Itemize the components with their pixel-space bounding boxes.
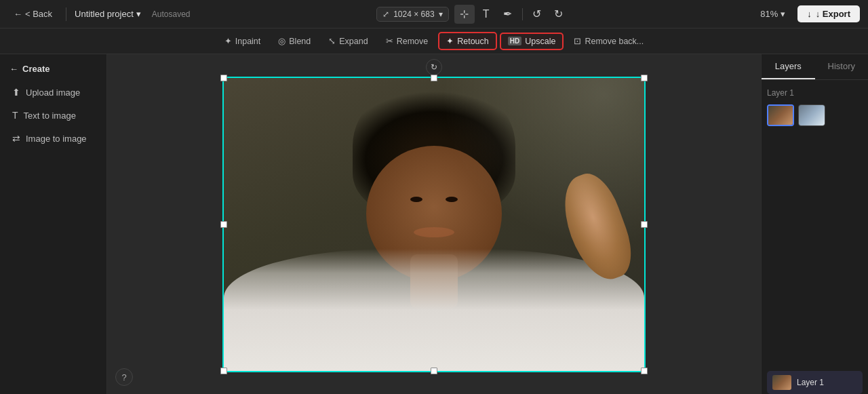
- handle-bottom-left[interactable]: [220, 368, 227, 374]
- retouch-icon: ✦: [446, 36, 454, 46]
- create-arrow-icon: ←: [9, 64, 18, 74]
- create-label: Create: [22, 64, 50, 74]
- right-sidebar-tabs: Layers History: [762, 54, 868, 80]
- back-label: < Back: [25, 9, 52, 19]
- main-area: ← Create ⬆ Upload image T Text to image …: [0, 54, 868, 394]
- export-button[interactable]: ↓ ↓ Export: [797, 5, 860, 22]
- text-icon: T: [12, 110, 18, 121]
- back-arrow-icon: ←: [14, 9, 22, 19]
- create-section-title: ← Create: [5, 61, 101, 79]
- size-chevron-icon: ▾: [439, 9, 443, 19]
- zoom-label: 81%: [760, 9, 778, 19]
- toolbar-icons: ⊹ T ✒ ↺ ↻: [454, 5, 569, 24]
- remove-icon: ✂: [386, 36, 393, 46]
- layer-list-label: Layer 1: [797, 378, 824, 387]
- canvas-wrapper: ↻: [224, 78, 644, 371]
- canvas-size-label: 1024 × 683: [393, 9, 434, 19]
- expand-tool-icon: ⤡: [328, 36, 336, 46]
- inpaint-label: Inpaint: [235, 37, 261, 46]
- remove-background-tool-button[interactable]: ⊡ Remove back...: [566, 33, 651, 50]
- handle-bottom-middle[interactable]: [431, 368, 437, 374]
- handle-middle-right[interactable]: [641, 221, 648, 228]
- layer-list-item-1[interactable]: Layer 1: [767, 371, 863, 394]
- layer-thumb-1[interactable]: [767, 104, 794, 126]
- layer-thumb-2-image: [799, 105, 825, 125]
- tab-history[interactable]: History: [815, 54, 869, 79]
- upscale-tool-button[interactable]: HD Upscale: [500, 33, 564, 50]
- image-to-image-label: Image to image: [26, 134, 87, 144]
- layers-tab-label: Layers: [775, 61, 802, 71]
- export-label: ↓ Export: [816, 9, 850, 19]
- autosaved-status: Autosaved: [152, 9, 191, 19]
- project-name[interactable]: Untitled project ▾: [75, 9, 141, 19]
- tab-layers[interactable]: Layers: [762, 54, 815, 79]
- help-button[interactable]: ?: [115, 368, 133, 386]
- sidebar-item-upload-image[interactable]: ⬆ Upload image: [5, 82, 101, 102]
- handle-top-left[interactable]: [220, 75, 227, 81]
- layer-thumb-2[interactable]: [798, 104, 825, 126]
- topbar-right: 81% ▾ ↓ ↓ Export: [755, 5, 860, 22]
- blend-label: Blend: [289, 37, 311, 46]
- right-sidebar: Layers History Layer 1: [761, 54, 868, 394]
- inpaint-tool-button[interactable]: ✦ Inpaint: [217, 33, 269, 50]
- blend-icon: ◎: [278, 36, 285, 46]
- topbar: ← < Back Untitled project ▾ Autosaved ⤢ …: [0, 0, 868, 28]
- remove-bg-icon: ⊡: [574, 36, 581, 46]
- upload-icon: ⬆: [12, 87, 20, 98]
- text-tool-button[interactable]: T: [476, 5, 496, 24]
- undo-button[interactable]: ↺: [527, 5, 547, 24]
- upscale-icon: HD: [508, 37, 521, 45]
- image-to-image-icon: ⇄: [12, 133, 20, 144]
- handle-bottom-right[interactable]: [641, 368, 648, 374]
- export-icon: ↓: [807, 9, 812, 19]
- inpaint-icon: ✦: [224, 36, 232, 46]
- redo-button[interactable]: ↻: [549, 5, 569, 24]
- canvas-size-control[interactable]: ⤢ 1024 × 683 ▾: [376, 7, 448, 22]
- layer-thumb-1-image: [768, 106, 793, 125]
- blend-tool-button[interactable]: ◎ Blend: [271, 33, 318, 50]
- topbar-center: ⤢ 1024 × 683 ▾ ⊹ T ✒ ↺ ↻: [199, 5, 747, 24]
- layer-list-thumb: [772, 375, 791, 390]
- expand-label: Expand: [339, 37, 368, 46]
- handle-middle-left[interactable]: [220, 221, 227, 228]
- text-to-image-label: Text to image: [24, 111, 76, 121]
- handle-top-middle[interactable]: [431, 75, 437, 81]
- layer-thumbnails: [767, 104, 863, 126]
- refresh-button[interactable]: ↻: [426, 59, 442, 75]
- project-title: Untitled project: [75, 9, 134, 19]
- handle-top-right[interactable]: [641, 75, 648, 81]
- back-button[interactable]: ← < Back: [8, 6, 58, 22]
- upload-image-label: Upload image: [26, 87, 80, 98]
- remove-tool-button[interactable]: ✂ Remove: [378, 33, 436, 50]
- canvas-image: [224, 78, 644, 371]
- layer1-title: Layer 1: [767, 87, 863, 99]
- zoom-chevron-icon: ▾: [781, 9, 785, 19]
- layers-panel: Layer 1: [762, 80, 868, 371]
- sidebar-item-image-to-image[interactable]: ⇄ Image to image: [5, 128, 101, 149]
- left-sidebar: ← Create ⬆ Upload image T Text to image …: [0, 54, 107, 394]
- retouch-label: Retouch: [457, 37, 489, 46]
- project-chevron: ▾: [136, 9, 141, 19]
- zoom-control[interactable]: 81% ▾: [755, 7, 791, 21]
- remove-background-label: Remove back...: [585, 37, 644, 46]
- upscale-label: Upscale: [525, 37, 555, 46]
- expand-icon: ⤢: [382, 9, 389, 19]
- cursor-tool-button[interactable]: ⊹: [454, 5, 475, 24]
- expand-tool-button[interactable]: ⤡ Expand: [321, 33, 375, 50]
- pen-tool-button[interactable]: ✒: [498, 5, 518, 24]
- retouch-tool-button[interactable]: ✦ Retouch: [438, 32, 497, 50]
- history-tab-label: History: [828, 61, 855, 71]
- sidebar-item-text-to-image[interactable]: T Text to image: [5, 105, 101, 125]
- canvas-area[interactable]: ↻: [107, 54, 761, 394]
- tool-row: ✦ Inpaint ◎ Blend ⤡ Expand ✂ Remove ✦ Re…: [0, 28, 868, 54]
- remove-label: Remove: [397, 37, 429, 46]
